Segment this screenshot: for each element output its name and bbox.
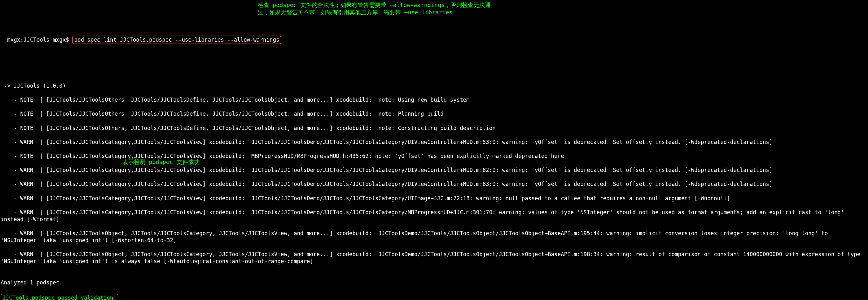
output-line: - WARN | [JJCTools/JJCToolsCategory,JJCT…	[1, 195, 867, 202]
validation-line: JJCTools.podspec passed validation.	[1, 294, 867, 300]
output-line: - WARN | [JJCTools/JJCToolsCategory,JJCT…	[1, 209, 867, 223]
analyzed-line: Analyzed 1 podspec.	[1, 279, 867, 286]
shell-prompt: mxgx:JJCTools mxgx$	[7, 37, 72, 43]
command-highlight-box: pod spec lint JJCTools.podspec --use-lib…	[72, 36, 281, 44]
terminal[interactable]: mxgx:JJCTools mxgx$ pod spec lint JJCToo…	[1, 29, 867, 300]
prompt-line: mxgx:JJCTools mxgx$ pod spec lint JJCToo…	[7, 37, 281, 43]
output-line: - WARN | [JJCTools/JJCToolsCategory,JJCT…	[1, 180, 867, 188]
annotation-validation: 表示检测 podspec 文件成功	[123, 158, 199, 166]
output-header: -> JJCTools (1.0.0)	[1, 82, 867, 89]
output-line: - NOTE | [JJCTools/JJCToolsOthers, JJCTo…	[1, 96, 867, 103]
output-line: - WARN | [JJCTools/JJCToolsCategory,JJCT…	[1, 139, 867, 145]
output-line: - WARN | [JJCTools/JJCToolsObject, JJCTo…	[1, 230, 867, 244]
output-line: - NOTE | [JJCTools/JJCToolsOthers, JJCTo…	[1, 125, 867, 132]
output-line: - NOTE | [JJCTools/JJCToolsOthers, JJCTo…	[1, 110, 867, 117]
terminal-output: -> JJCTools (1.0.0) - NOTE | [JJCTools/J…	[1, 75, 867, 300]
output-line: - WARN | [JJCTools/JJCToolsObject, JJCTo…	[1, 251, 867, 265]
annotation-command: 检查 podspec 文件的合法性；如果有警告需要带 —allow-warngi…	[258, 1, 500, 16]
output-line: - WARN | [JJCTools/JJCToolsCategory,JJCT…	[1, 167, 867, 173]
validation-pass-box: JJCTools.podspec passed validation.	[1, 294, 118, 300]
